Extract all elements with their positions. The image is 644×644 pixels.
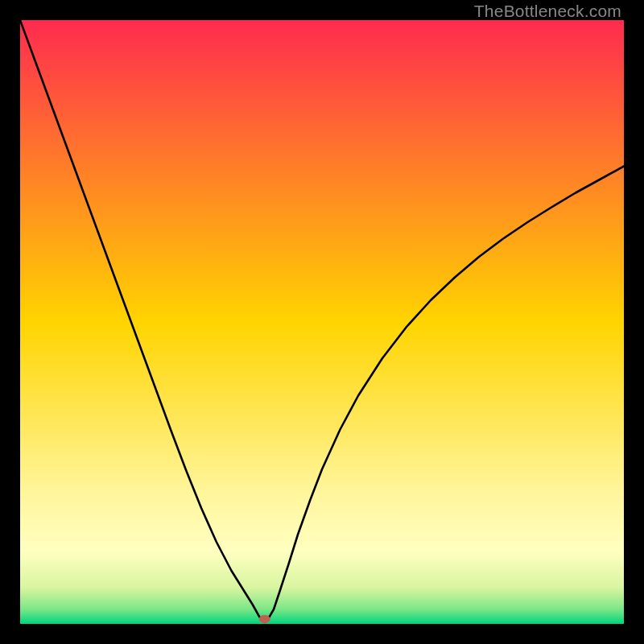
marker-dot [259, 615, 270, 623]
gradient-background [20, 20, 624, 624]
watermark-text: TheBottleneck.com [474, 2, 621, 21]
chart-frame [20, 20, 624, 624]
chart-svg [20, 20, 624, 624]
